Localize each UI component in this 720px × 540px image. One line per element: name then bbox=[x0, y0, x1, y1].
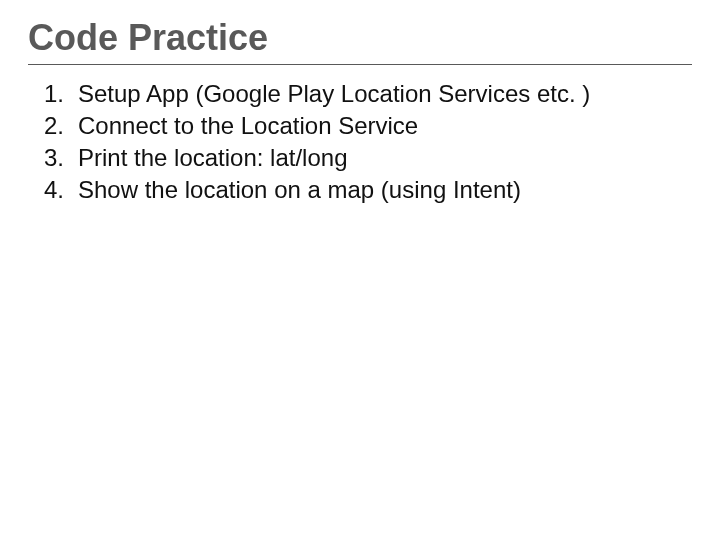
ordered-list: 1. Setup App (Google Play Location Servi… bbox=[28, 79, 692, 205]
list-text: Print the location: lat/long bbox=[78, 143, 692, 173]
list-text: Show the location on a map (using Intent… bbox=[78, 175, 692, 205]
title-text: Code Practice bbox=[28, 17, 268, 58]
slide: Code Practice 1. Setup App (Google Play … bbox=[0, 0, 720, 540]
list-number: 1. bbox=[28, 79, 78, 109]
list-item: 2. Connect to the Location Service bbox=[28, 111, 692, 141]
list-number: 4. bbox=[28, 175, 78, 205]
list-item: 4. Show the location on a map (using Int… bbox=[28, 175, 692, 205]
list-text: Connect to the Location Service bbox=[78, 111, 692, 141]
list-number: 3. bbox=[28, 143, 78, 173]
list-text: Setup App (Google Play Location Services… bbox=[78, 79, 692, 109]
list-number: 2. bbox=[28, 111, 78, 141]
list-item: 3. Print the location: lat/long bbox=[28, 143, 692, 173]
list-item: 1. Setup App (Google Play Location Servi… bbox=[28, 79, 692, 109]
slide-title: Code Practice bbox=[28, 18, 692, 65]
